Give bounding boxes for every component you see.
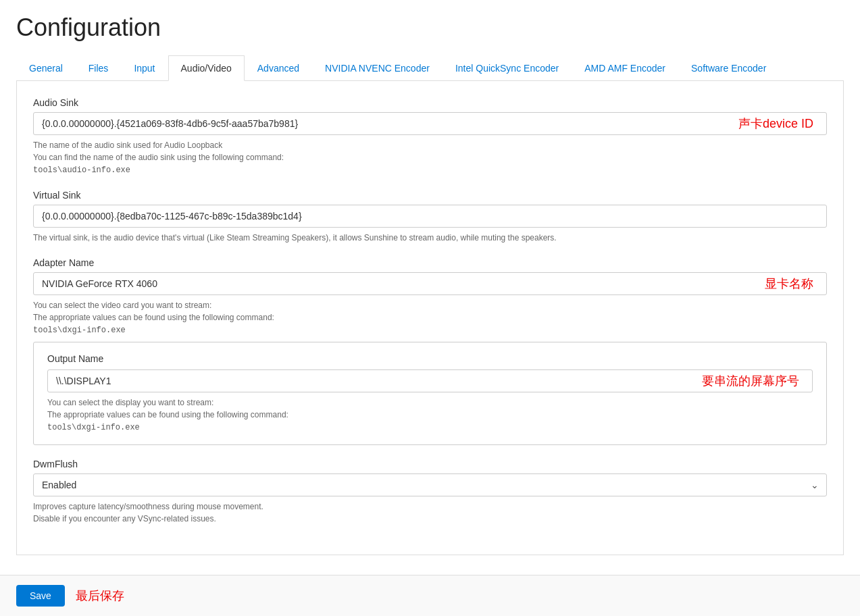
adapter-name-group: Adapter Name 显卡名称 You can select the vid… — [33, 257, 827, 445]
output-name-box: Output Name 要串流的屏幕序号 You can select the … — [33, 342, 827, 445]
adapter-name-input-wrapper: 显卡名称 — [33, 272, 827, 295]
virtual-sink-hint: The virtual sink, is the audio device th… — [33, 232, 827, 244]
page-title: Configuration — [16, 14, 844, 42]
audio-sink-hint-line1: The name of the audio sink used for Audi… — [33, 140, 222, 150]
adapter-name-hint-code: tools\dxgi-info.exe — [33, 326, 126, 335]
audio-sink-group: Audio Sink 声卡device ID The name of the a… — [33, 97, 827, 176]
virtual-sink-group: Virtual Sink The virtual sink, is the au… — [33, 190, 827, 244]
tab-amd-amf[interactable]: AMD AMF Encoder — [572, 55, 678, 81]
adapter-name-input[interactable] — [33, 272, 827, 295]
dwm-flush-hint-line2: Disable if you encounter any VSync-relat… — [33, 514, 216, 523]
audio-sink-label: Audio Sink — [33, 97, 827, 108]
audio-sink-hint-code: tools\audio-info.exe — [33, 165, 130, 175]
adapter-name-hint-line2: The appropriate values can be found usin… — [33, 313, 274, 322]
dwm-flush-hint-line1: Improves capture latency/smoothness duri… — [33, 502, 263, 511]
output-name-hint-line1: You can select the display you want to s… — [47, 398, 213, 407]
audio-sink-hint-line2: You can find the name of the audio sink … — [33, 153, 284, 162]
output-name-hint-line2: The appropriate values can be found usin… — [47, 410, 288, 419]
tab-software-encoder[interactable]: Software Encoder — [678, 55, 779, 81]
virtual-sink-input[interactable] — [33, 205, 827, 228]
adapter-name-hint-line1: You can select the video card you want t… — [33, 301, 211, 310]
adapter-name-hint: You can select the video card you want t… — [33, 299, 827, 336]
tab-advanced[interactable]: Advanced — [245, 55, 312, 81]
tab-intel-quicksync[interactable]: Intel QuickSync Encoder — [442, 55, 572, 81]
output-name-hint-code: tools\dxgi-info.exe — [47, 423, 140, 432]
footer: Save 最后保存 — [0, 575, 860, 609]
dwm-flush-select[interactable]: Enabled Disabled — [33, 473, 827, 496]
dwm-flush-group: DwmFlush Enabled Disabled ⌄ Improves cap… — [33, 459, 827, 525]
audio-sink-input[interactable] — [33, 112, 827, 135]
dwm-flush-hint: Improves capture latency/smoothness duri… — [33, 500, 827, 525]
tab-files[interactable]: Files — [76, 55, 122, 81]
virtual-sink-label: Virtual Sink — [33, 190, 827, 201]
output-name-hint: You can select the display you want to s… — [47, 396, 813, 434]
tab-bar: General Files Input Audio/Video Advanced… — [16, 55, 844, 81]
output-name-label: Output Name — [47, 353, 813, 364]
save-button[interactable]: Save — [16, 585, 65, 607]
page-container: Configuration General Files Input Audio/… — [0, 0, 860, 609]
audio-sink-hint: The name of the audio sink used for Audi… — [33, 139, 827, 176]
tab-audio-video[interactable]: Audio/Video — [168, 55, 245, 81]
output-name-input-wrapper: 要串流的屏幕序号 — [47, 369, 813, 392]
tab-general[interactable]: General — [16, 55, 76, 81]
tab-content: Audio Sink 声卡device ID The name of the a… — [16, 81, 844, 555]
output-name-input[interactable] — [47, 369, 813, 392]
audio-sink-input-wrapper: 声卡device ID — [33, 112, 827, 135]
dwm-flush-label: DwmFlush — [33, 459, 827, 469]
tab-input[interactable]: Input — [121, 55, 168, 81]
tab-nvidia-nvenc[interactable]: NVIDIA NVENC Encoder — [312, 55, 442, 81]
dwm-flush-select-wrapper: Enabled Disabled ⌄ — [33, 473, 827, 496]
save-annotation: 最后保存 — [76, 588, 124, 604]
adapter-name-label: Adapter Name — [33, 257, 827, 268]
